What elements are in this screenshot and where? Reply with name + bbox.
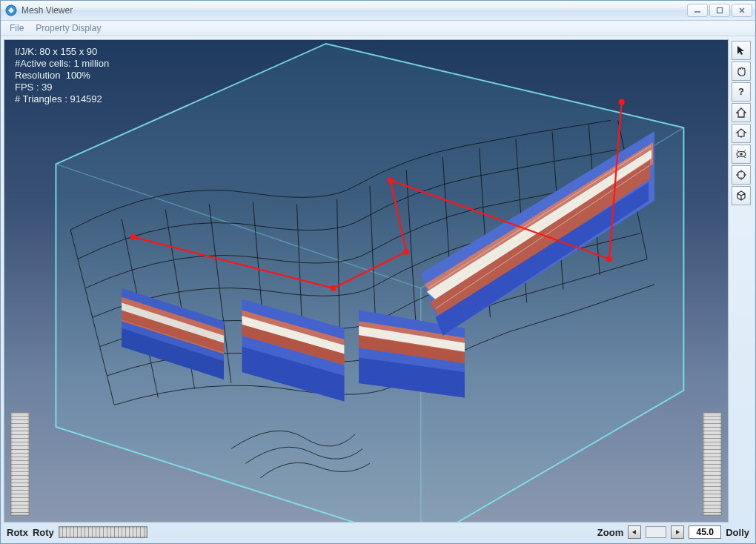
menubar: File Property Display — [1, 21, 755, 36]
viewport-scene — [4, 40, 728, 522]
roty-label: Roty — [33, 527, 54, 538]
question-icon: ? — [735, 86, 747, 98]
svg-marker-48 — [632, 530, 636, 534]
hud-triangles: # Triangles : 914592 — [15, 93, 102, 105]
content-area: I/J/K: 80 x 155 x 90 #Active cells: 1 mi… — [1, 36, 755, 543]
svg-text:?: ? — [738, 86, 744, 97]
triangle-right-icon — [674, 529, 680, 535]
rotx-label: Rotx — [7, 527, 28, 538]
zoom-left-button[interactable] — [628, 525, 641, 539]
viewport-hud: I/J/K: 80 x 155 x 90 #Active cells: 1 mi… — [15, 46, 109, 105]
view-all-tool[interactable] — [732, 145, 751, 164]
bottom-bar: Rotx Roty Zoom 45.0 Dolly — [2, 524, 754, 542]
zoom-right-button[interactable] — [671, 525, 684, 539]
svg-line-39 — [737, 150, 739, 152]
svg-point-34 — [606, 256, 612, 262]
app-window: Mesh Viewer File Property Display — [0, 0, 756, 544]
zoom-slider-track[interactable] — [646, 526, 666, 538]
window-controls — [687, 4, 752, 17]
zoom-value-field[interactable]: 45.0 — [689, 525, 721, 539]
thumbwheel-roty[interactable] — [59, 526, 147, 538]
maximize-button[interactable] — [709, 4, 730, 17]
app-icon — [5, 4, 17, 16]
home-arrow-icon — [735, 127, 747, 139]
close-button[interactable] — [732, 4, 752, 17]
eye-icon — [735, 148, 747, 160]
menu-property-display[interactable]: Property Display — [30, 21, 107, 36]
cube-icon — [735, 190, 747, 202]
dolly-label: Dolly — [726, 527, 749, 538]
svg-point-38 — [740, 153, 743, 156]
menu-file[interactable]: File — [4, 21, 30, 36]
viewer-row: I/J/K: 80 x 155 x 90 #Active cells: 1 mi… — [2, 38, 754, 524]
pointer-tool[interactable] — [732, 41, 751, 60]
help-tool[interactable]: ? — [732, 82, 751, 102]
svg-line-40 — [743, 150, 746, 152]
hud-resolution: Resolution 100% — [15, 70, 90, 81]
svg-marker-49 — [676, 530, 680, 534]
pointer-icon — [735, 44, 747, 56]
svg-point-31 — [331, 285, 336, 291]
svg-line-42 — [743, 156, 746, 158]
svg-point-33 — [388, 177, 394, 183]
svg-point-32 — [403, 249, 409, 255]
svg-point-35 — [619, 99, 625, 105]
perspective-tool[interactable] — [732, 186, 751, 205]
home-tool[interactable] — [732, 103, 751, 122]
bounding-box — [56, 44, 683, 522]
home-icon — [735, 107, 747, 119]
hud-ijk: I/J/K: 80 x 155 x 90 — [15, 46, 97, 57]
thumbwheel-dolly[interactable] — [703, 412, 722, 516]
triangle-left-icon — [631, 529, 637, 535]
hud-active-cells: #Active cells: 1 million — [15, 58, 109, 69]
svg-line-41 — [737, 156, 739, 158]
minimize-button[interactable] — [687, 4, 708, 17]
titlebar: Mesh Viewer — [1, 1, 755, 21]
seek-tool[interactable] — [732, 165, 751, 185]
svg-rect-2 — [717, 8, 723, 13]
viewport-3d[interactable]: I/J/K: 80 x 155 x 90 #Active cells: 1 mi… — [4, 39, 729, 523]
thumbwheel-rotx[interactable] — [10, 412, 30, 516]
hud-fps: FPS : 39 — [15, 82, 53, 93]
window-title: Mesh Viewer — [21, 5, 687, 16]
side-toolbar: ? — [730, 39, 752, 523]
set-home-tool[interactable] — [732, 124, 751, 143]
svg-marker-3 — [56, 44, 683, 522]
crosshair-icon — [735, 169, 747, 181]
pan-tool[interactable] — [732, 62, 751, 81]
zoom-label: Zoom — [597, 527, 623, 538]
hand-icon — [735, 65, 747, 77]
svg-point-30 — [130, 234, 136, 240]
